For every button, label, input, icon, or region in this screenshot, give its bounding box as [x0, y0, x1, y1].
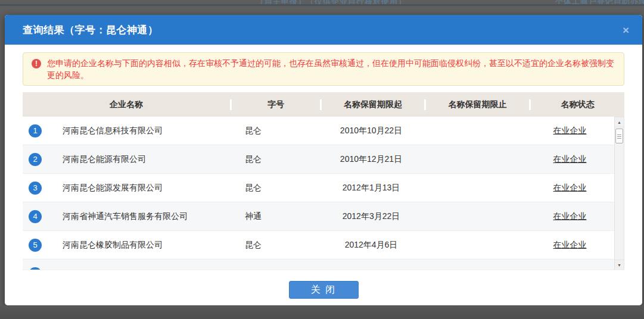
table-row: 5 河南昆仑橡胶制品有限公司 昆仑 2012年4月6日 在业企业 [23, 231, 624, 259]
modal-footer: 关 闭 [23, 281, 624, 299]
scrollbar-thumb[interactable] [615, 129, 623, 143]
company-name-cell: 5 河南昆仑橡胶制品有限公司 [23, 239, 232, 252]
page-background-top: （自主申报）（仅供企业自行核对使用） 个体工商户登记自助办理 [0, 0, 644, 15]
company-name: 河南昆仑橡胶制品有限公司 [63, 240, 163, 251]
status-cell: 在业企业 [525, 126, 624, 136]
vertical-scrollbar[interactable]: ▲ ▼ [614, 117, 624, 270]
warning-icon: ! [32, 59, 41, 68]
overlay-left [0, 15, 5, 305]
column-header-name-status: 名称状态 [531, 99, 624, 110]
background-divider [0, 4, 644, 6]
table-row: 4 河南省神通汽车销售服务有限公司 神通 2012年3月22日 在业企业 [23, 202, 624, 231]
trade-name-cell: 昆仑 [232, 183, 320, 193]
row-number-badge: 4 [29, 210, 42, 223]
modal-header: 查询结果（字号：昆仑神通） × [5, 15, 642, 45]
table-row: 2 河南昆仑能源有限公司 昆仑 2010年12月21日 在业企业 [23, 145, 624, 174]
reserve-start-cell: 2012年3月22日 [320, 211, 422, 222]
table-row: 1 河南昆仑信息科技有限公司 昆仑 2010年10月22日 在业企业 [23, 117, 624, 145]
close-button[interactable]: 关 闭 [289, 281, 359, 299]
column-header-reserve-end: 名称保留期限止 [426, 99, 529, 110]
status-cell: 在业企业 [525, 154, 624, 165]
close-icon[interactable]: × [623, 24, 629, 36]
company-name-cell: 4 河南省神通汽车销售服务有限公司 [23, 210, 232, 223]
status-link[interactable]: 在业企业 [553, 154, 587, 164]
row-number-badge: 3 [29, 182, 42, 195]
trade-name-cell: 昆仑 [232, 126, 320, 136]
page-background-bottom [0, 305, 644, 319]
company-name-cell: 2 河南昆仑能源有限公司 [23, 153, 232, 166]
results-table: 企业名称 字号 名称保留期限起 名称保留期限止 名称状态 1 河南昆仑信息科技有… [23, 92, 624, 270]
company-name: 河南省神通汽车销售服务有限公司 [63, 211, 188, 222]
status-link[interactable]: 在业企业 [553, 211, 587, 221]
company-name-cell: 6 [23, 267, 232, 271]
column-header-reserve-start: 名称保留期限起 [322, 99, 424, 110]
warning-banner: ! 您申请的企业名称与下面的内容相似，存在审核不予通过的可能，也存在虽然审核通过… [23, 52, 624, 86]
company-name: 河南昆仑能源发展有限公司 [63, 183, 163, 193]
row-number-badge: 1 [29, 124, 42, 137]
row-number-badge: 6 [29, 267, 42, 271]
status-link[interactable]: 在业企业 [553, 240, 587, 249]
status-cell: 在业企业 [525, 211, 624, 222]
query-result-modal: 查询结果（字号：昆仑神通） × ! 您申请的企业名称与下面的内容相似，存在审核不… [5, 15, 642, 305]
trade-name-cell: 神通 [232, 211, 320, 222]
reserve-start-cell: 2010年10月22日 [320, 126, 422, 136]
table-row: 3 河南昆仑能源发展有限公司 昆仑 2012年1月13日 在业企业 [23, 174, 624, 202]
company-name-cell: 1 河南昆仑信息科技有限公司 [23, 124, 232, 137]
company-name-cell: 3 河南昆仑能源发展有限公司 [23, 182, 232, 195]
modal-title: 查询结果（字号：昆仑神通） [23, 23, 158, 37]
scrollbar-down-arrow-icon[interactable]: ▼ [615, 259, 624, 270]
warning-text: 您申请的企业名称与下面的内容相似，存在审核不予通过的可能，也存在虽然审核通过，但… [47, 58, 614, 80]
status-cell: 在业企业 [525, 240, 624, 251]
trade-name-cell: 昆仑 [232, 154, 320, 165]
table-row-partial: 6 [23, 259, 624, 270]
reserve-start-cell: 2010年12月21日 [320, 154, 422, 165]
status-link[interactable]: 在业企业 [553, 126, 587, 135]
column-header-trade-name: 字号 [232, 99, 320, 110]
status-cell: 在业企业 [525, 183, 624, 193]
table-header-row: 企业名称 字号 名称保留期限起 名称保留期限止 名称状态 [23, 92, 624, 117]
table-body-viewport: 1 河南昆仑信息科技有限公司 昆仑 2010年10月22日 在业企业 2 河南昆… [23, 117, 624, 270]
row-number-badge: 2 [29, 153, 42, 166]
trade-name-cell: 昆仑 [232, 240, 320, 251]
column-header-company-name: 企业名称 [23, 99, 230, 110]
company-name: 河南昆仑能源有限公司 [63, 154, 146, 165]
reserve-start-cell: 2012年4月6日 [320, 240, 422, 251]
modal-body: ! 您申请的企业名称与下面的内容相似，存在审核不予通过的可能，也存在虽然审核通过… [5, 45, 642, 299]
status-link[interactable]: 在业企业 [553, 183, 587, 192]
company-name: 河南昆仑信息科技有限公司 [63, 126, 163, 136]
row-number-badge: 5 [29, 239, 42, 252]
scrollbar-up-arrow-icon[interactable]: ▲ [615, 117, 624, 127]
reserve-start-cell: 2012年1月13日 [320, 183, 422, 193]
